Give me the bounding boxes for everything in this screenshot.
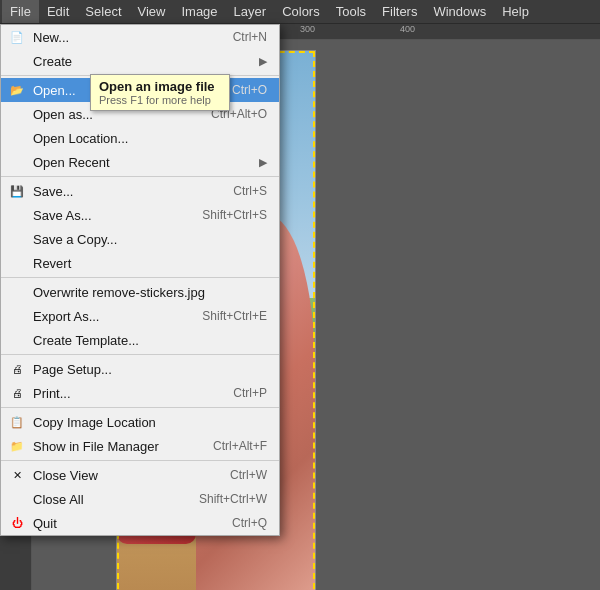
menu-item-print[interactable]: 🖨 Print... Ctrl+P xyxy=(1,381,279,405)
open-tooltip: Open an image file Press F1 for more hel… xyxy=(90,74,230,111)
show-file-manager-icon: 📁 xyxy=(7,440,27,453)
close-view-icon: ✕ xyxy=(7,469,27,482)
menu-item-save[interactable]: 💾 Save... Ctrl+S xyxy=(1,179,279,203)
menubar-item-select[interactable]: Select xyxy=(77,0,129,23)
menu-item-quit[interactable]: ⏻ Quit Ctrl+Q xyxy=(1,511,279,535)
print-icon: 🖨 xyxy=(7,387,27,399)
save-icon: 💾 xyxy=(7,185,27,198)
menu-item-open-recent[interactable]: Open Recent ▶ xyxy=(1,150,279,174)
tooltip-title: Open an image file xyxy=(99,79,221,94)
separator-4 xyxy=(1,354,279,355)
ruler-tick-300: 300 xyxy=(300,24,315,34)
page-setup-icon: 🖨 xyxy=(7,363,27,375)
menubar-item-tools[interactable]: Tools xyxy=(328,0,374,23)
tooltip-hint: Press F1 for more help xyxy=(99,94,221,106)
menubar-item-edit[interactable]: Edit xyxy=(39,0,77,23)
new-icon: 📄 xyxy=(7,31,27,44)
menu-item-save-copy[interactable]: Save a Copy... xyxy=(1,227,279,251)
separator-6 xyxy=(1,460,279,461)
menubar-item-view[interactable]: View xyxy=(130,0,174,23)
menu-item-create-template[interactable]: Create Template... xyxy=(1,328,279,352)
menubar-item-file[interactable]: File xyxy=(2,0,39,23)
separator-5 xyxy=(1,407,279,408)
menubar-item-help[interactable]: Help xyxy=(494,0,537,23)
menubar-item-filters[interactable]: Filters xyxy=(374,0,425,23)
menubar-item-image[interactable]: Image xyxy=(173,0,225,23)
menu-item-export-as[interactable]: Export As... Shift+Ctrl+E xyxy=(1,304,279,328)
menu-item-save-as[interactable]: Save As... Shift+Ctrl+S xyxy=(1,203,279,227)
menubar: File Edit Select View Image Layer Colors… xyxy=(0,0,600,24)
separator-2 xyxy=(1,176,279,177)
menu-item-revert[interactable]: Revert xyxy=(1,251,279,275)
open-icon: 📂 xyxy=(7,84,27,97)
menu-item-page-setup[interactable]: 🖨 Page Setup... xyxy=(1,357,279,381)
menu-item-show-file-manager[interactable]: 📁 Show in File Manager Ctrl+Alt+F xyxy=(1,434,279,458)
quit-icon: ⏻ xyxy=(7,517,27,529)
menu-item-close-view[interactable]: ✕ Close View Ctrl+W xyxy=(1,463,279,487)
separator-3 xyxy=(1,277,279,278)
menubar-item-windows[interactable]: Windows xyxy=(425,0,494,23)
menu-item-close-all[interactable]: Close All Shift+Ctrl+W xyxy=(1,487,279,511)
menu-item-open-location[interactable]: Open Location... xyxy=(1,126,279,150)
menubar-item-colors[interactable]: Colors xyxy=(274,0,328,23)
menu-item-create[interactable]: Create ▶ xyxy=(1,49,279,73)
menu-item-copy-image-location[interactable]: 📋 Copy Image Location xyxy=(1,410,279,434)
menubar-item-layer[interactable]: Layer xyxy=(226,0,275,23)
menu-item-overwrite[interactable]: Overwrite remove-stickers.jpg xyxy=(1,280,279,304)
menu-item-new[interactable]: 📄 New... Ctrl+N xyxy=(1,25,279,49)
copy-image-location-icon: 📋 xyxy=(7,416,27,429)
ruler-tick-400: 400 xyxy=(400,24,415,34)
